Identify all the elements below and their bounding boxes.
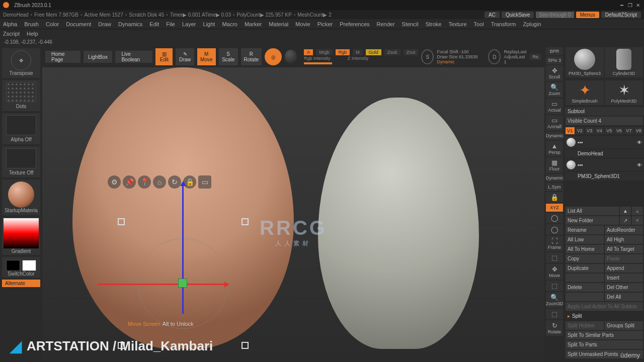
menu-stroke[interactable]: Stroke: [426, 21, 442, 27]
blank-button[interactable]: ⬚: [546, 252, 563, 263]
move-button[interactable]: MMove: [197, 48, 216, 65]
delete-button[interactable]: Delete: [566, 283, 604, 292]
xyz-button[interactable]: XYZ: [546, 204, 563, 212]
dynamic-toggle[interactable]: Dynamic: [437, 59, 454, 64]
menu-brush[interactable]: Brush: [24, 21, 39, 27]
zoom3d-button[interactable]: 🔍Zoom3D: [546, 292, 563, 308]
s-dial[interactable]: S: [421, 49, 434, 64]
ver-v8[interactable]: V8: [634, 127, 643, 134]
mode-zcut[interactable]: Zcut: [404, 49, 419, 55]
lock-button[interactable]: 🔒: [546, 192, 563, 203]
ver-v6[interactable]: V6: [615, 127, 624, 134]
subtool-header[interactable]: Subtool: [565, 107, 644, 116]
gear-icon[interactable]: ⚙: [108, 175, 121, 189]
ver-v5[interactable]: V5: [605, 127, 614, 134]
min-icon[interactable]: ━: [619, 2, 625, 8]
actual-button[interactable]: ▭Actual: [546, 99, 563, 114]
allhigh-button[interactable]: All High: [605, 235, 643, 244]
insert-button[interactable]: Insert: [605, 274, 643, 282]
apply-last-button[interactable]: Apply Last Action To All Subtoo: [566, 302, 643, 311]
alpha-off[interactable]: Alpha Off: [2, 113, 40, 144]
split-unmasked-button[interactable]: Split Unmasked Points: [566, 350, 643, 358]
gizmo-x-axis[interactable]: [98, 284, 228, 285]
reset-icon[interactable]: ↻: [168, 175, 181, 189]
menu-draw[interactable]: Draw: [98, 21, 111, 27]
groups-split-button[interactable]: Groups Split: [605, 321, 643, 330]
ver-v4[interactable]: V4: [595, 127, 604, 134]
edit-button[interactable]: ▥Edit: [155, 48, 173, 65]
menu-zplugin[interactable]: Zplugin: [523, 21, 541, 27]
replay-last[interactable]: ReplayLast: [504, 49, 526, 54]
blank2-button[interactable]: ⬚: [546, 281, 563, 291]
menu-layer[interactable]: Layer: [182, 21, 196, 27]
delall-button[interactable]: Del All: [605, 293, 643, 301]
bpr-button[interactable]: BPR: [546, 47, 563, 55]
quicksave-button[interactable]: QuickSave: [502, 12, 534, 18]
gizmo-y-axis[interactable]: [182, 183, 184, 314]
menu-picker[interactable]: Picker: [317, 21, 333, 27]
alltohome-button[interactable]: All To Home: [566, 245, 604, 253]
menu-file[interactable]: File: [166, 21, 175, 27]
move3d-button[interactable]: ✥Move: [546, 264, 563, 280]
marker-icon[interactable]: 📍: [138, 175, 151, 189]
down-arrow-icon[interactable]: ▼: [632, 216, 643, 225]
layer-sphere[interactable]: PM3D_Sphere3D1: [565, 172, 644, 180]
texture-off[interactable]: Texture Off: [2, 146, 40, 177]
viewport[interactable]: ⚙ 📌 📍 ⌂ ↻ 🔒 ▭: [42, 67, 544, 362]
list-all-button[interactable]: List All: [566, 207, 619, 215]
menu-light[interactable]: Light: [203, 21, 215, 27]
new-folder-button[interactable]: New Folder: [566, 216, 619, 225]
up-arrow-dim-icon[interactable]: ▲: [632, 207, 643, 215]
rename-button[interactable]: Rename: [566, 226, 604, 234]
alternate-button[interactable]: Alternate: [2, 280, 40, 287]
menu-material[interactable]: Material: [269, 21, 288, 27]
duplicate-button[interactable]: Duplicate: [566, 264, 604, 273]
lightbox-button[interactable]: LightBox: [84, 51, 113, 63]
persp-button[interactable]: ▲Persp: [546, 141, 563, 156]
transpose-tool[interactable]: ✥ Transpose: [2, 48, 40, 78]
alllow-button[interactable]: All Low: [566, 235, 604, 244]
seethrough-slider[interactable]: See-through 0: [536, 12, 574, 18]
blank3-button[interactable]: ⬚: [546, 309, 563, 319]
mode-rgb[interactable]: Rgb: [336, 49, 350, 55]
menus-button[interactable]: Menus: [576, 12, 599, 18]
adjust-last[interactable]: AdjustLast 1: [504, 54, 526, 64]
copy-button[interactable]: Copy: [566, 254, 604, 263]
aahalf-button[interactable]: ▭AAHalf: [546, 115, 563, 131]
alltotarget-button[interactable]: All To Target: [605, 245, 643, 253]
mode-zsub[interactable]: Zsub: [384, 49, 400, 55]
menu-zscript[interactable]: Zscript: [3, 31, 20, 37]
mode-gold[interactable]: Gold: [366, 49, 381, 55]
menu-document[interactable]: Document: [66, 21, 91, 27]
tool-sphere[interactable]: PM3D_Sphere3: [566, 47, 604, 77]
draw-size[interactable]: Draw Size 81.33838: [437, 54, 477, 59]
circle1-button[interactable]: ◯: [546, 213, 563, 223]
menu-movie[interactable]: Movie: [295, 21, 310, 27]
tool-simplebrush[interactable]: ✦SimpleBrush: [566, 80, 604, 105]
re-button[interactable]: Re: [529, 54, 541, 60]
rotate-button[interactable]: RRotate: [241, 48, 262, 65]
rotate3d-button[interactable]: ↻Rotate: [546, 320, 563, 336]
color-picker[interactable]: Gradient: [2, 217, 40, 255]
dynamic2-button[interactable]: Dynamic: [546, 174, 563, 182]
menu-stencil[interactable]: Stencil: [402, 21, 419, 27]
layer-row-1[interactable]: •••👁: [565, 136, 644, 148]
menu-transform[interactable]: Transform: [491, 21, 516, 27]
menu-preferences[interactable]: Preferences: [340, 21, 369, 27]
draw-button[interactable]: ✎Draw: [176, 48, 194, 65]
up-arrow-icon[interactable]: ▲: [620, 207, 631, 215]
ver-v3[interactable]: V3: [585, 127, 594, 134]
close-icon[interactable]: ✕: [635, 2, 641, 8]
autoreorder-button[interactable]: AutoReorder: [605, 226, 643, 234]
focal-shift[interactable]: Focal Shift -100: [437, 49, 485, 54]
paste-button[interactable]: Paste: [605, 254, 643, 263]
pin-icon[interactable]: 📌: [123, 175, 136, 189]
tool-polymesh3d[interactable]: ✶PolyMesh3D: [605, 80, 643, 105]
swatch-white[interactable]: [22, 260, 36, 271]
transform-gizmo[interactable]: [138, 238, 228, 329]
ver-v2[interactable]: V2: [576, 127, 585, 134]
mode-mrgb[interactable]: Mrgb: [316, 49, 333, 55]
append-button[interactable]: Append: [605, 264, 643, 273]
spix-button[interactable]: SPix 3: [546, 56, 563, 64]
menu-tool[interactable]: Tool: [474, 21, 484, 27]
